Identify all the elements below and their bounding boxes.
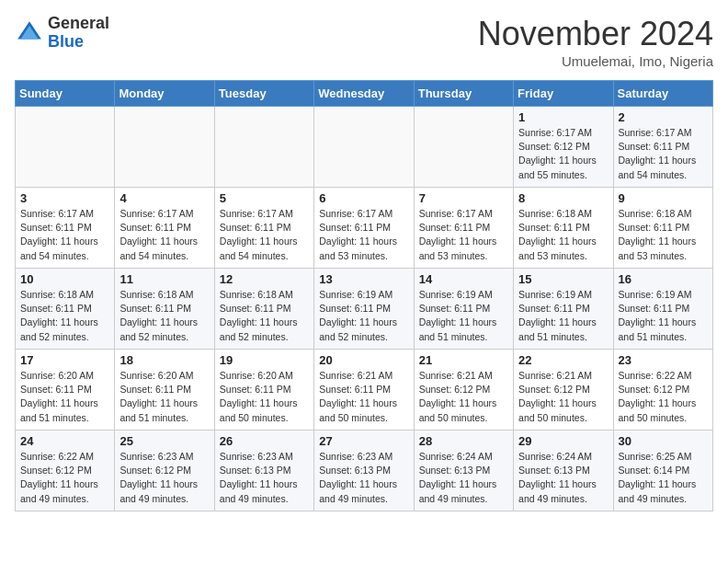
weekday-header: Sunday [16, 81, 115, 107]
day-number: 8 [518, 191, 608, 205]
day-info: Sunrise: 6:21 AM Sunset: 6:11 PM Dayligh… [319, 369, 408, 425]
day-info: Sunrise: 6:17 AM Sunset: 6:11 PM Dayligh… [119, 207, 209, 263]
day-number: 3 [20, 191, 109, 205]
day-info: Sunrise: 6:21 AM Sunset: 6:12 PM Dayligh… [419, 369, 508, 425]
day-info: Sunrise: 6:17 AM Sunset: 6:11 PM Dayligh… [20, 207, 109, 263]
day-info: Sunrise: 6:17 AM Sunset: 6:11 PM Dayligh… [419, 207, 508, 263]
day-number: 30 [619, 434, 708, 448]
calendar-header-row: SundayMondayTuesdayWednesdayThursdayFrid… [16, 81, 713, 107]
day-number: 2 [619, 110, 708, 124]
calendar-cell: 19Sunrise: 6:20 AM Sunset: 6:11 PM Dayli… [214, 350, 313, 431]
weekday-header: Monday [115, 81, 214, 107]
title-area: November 2024 Umuelemai, Imo, Nigeria [478, 15, 713, 69]
calendar-cell: 30Sunrise: 6:25 AM Sunset: 6:14 PM Dayli… [613, 431, 712, 511]
day-number: 29 [518, 434, 608, 448]
day-number: 24 [20, 434, 109, 448]
calendar-cell: 8Sunrise: 6:18 AM Sunset: 6:11 PM Daylig… [514, 188, 613, 269]
day-info: Sunrise: 6:23 AM Sunset: 6:13 PM Dayligh… [319, 450, 408, 506]
weekday-header: Wednesday [314, 81, 414, 107]
day-info: Sunrise: 6:17 AM Sunset: 6:12 PM Dayligh… [518, 126, 608, 182]
calendar-week-row: 10Sunrise: 6:18 AM Sunset: 6:11 PM Dayli… [16, 269, 713, 350]
day-number: 25 [119, 434, 209, 448]
calendar-week-row: 1Sunrise: 6:17 AM Sunset: 6:12 PM Daylig… [16, 107, 713, 188]
weekday-header: Tuesday [214, 81, 313, 107]
calendar-cell [16, 107, 115, 188]
calendar-cell: 26Sunrise: 6:23 AM Sunset: 6:13 PM Dayli… [214, 431, 313, 511]
calendar-cell: 12Sunrise: 6:18 AM Sunset: 6:11 PM Dayli… [214, 269, 313, 350]
logo-text: General Blue [48, 15, 109, 52]
calendar-cell: 17Sunrise: 6:20 AM Sunset: 6:11 PM Dayli… [16, 350, 115, 431]
day-info: Sunrise: 6:18 AM Sunset: 6:11 PM Dayligh… [518, 207, 608, 263]
calendar-cell: 2Sunrise: 6:17 AM Sunset: 6:11 PM Daylig… [613, 107, 712, 188]
day-info: Sunrise: 6:25 AM Sunset: 6:14 PM Dayligh… [619, 450, 708, 506]
location: Umuelemai, Imo, Nigeria [478, 53, 713, 69]
calendar-cell: 3Sunrise: 6:17 AM Sunset: 6:11 PM Daylig… [16, 188, 115, 269]
calendar-cell [414, 107, 513, 188]
day-info: Sunrise: 6:22 AM Sunset: 6:12 PM Dayligh… [619, 369, 708, 425]
day-info: Sunrise: 6:24 AM Sunset: 6:13 PM Dayligh… [419, 450, 508, 506]
day-number: 16 [619, 272, 708, 286]
day-info: Sunrise: 6:19 AM Sunset: 6:11 PM Dayligh… [518, 288, 608, 344]
day-info: Sunrise: 6:19 AM Sunset: 6:11 PM Dayligh… [319, 288, 408, 344]
calendar-cell [115, 107, 214, 188]
calendar-cell: 21Sunrise: 6:21 AM Sunset: 6:12 PM Dayli… [414, 350, 513, 431]
day-info: Sunrise: 6:23 AM Sunset: 6:13 PM Dayligh… [220, 450, 309, 506]
logo-icon [15, 18, 44, 48]
day-info: Sunrise: 6:22 AM Sunset: 6:12 PM Dayligh… [20, 450, 109, 506]
day-info: Sunrise: 6:20 AM Sunset: 6:11 PM Dayligh… [220, 369, 309, 425]
calendar-cell: 6Sunrise: 6:17 AM Sunset: 6:11 PM Daylig… [314, 188, 414, 269]
day-number: 27 [319, 434, 408, 448]
calendar-cell: 18Sunrise: 6:20 AM Sunset: 6:11 PM Dayli… [115, 350, 214, 431]
calendar-week-row: 17Sunrise: 6:20 AM Sunset: 6:11 PM Dayli… [16, 350, 713, 431]
calendar-cell [214, 107, 313, 188]
calendar-cell: 24Sunrise: 6:22 AM Sunset: 6:12 PM Dayli… [16, 431, 115, 511]
calendar-cell: 4Sunrise: 6:17 AM Sunset: 6:11 PM Daylig… [115, 188, 214, 269]
day-number: 15 [518, 272, 608, 286]
calendar-cell [314, 107, 414, 188]
day-number: 4 [119, 191, 209, 205]
day-number: 19 [220, 353, 309, 367]
day-info: Sunrise: 6:19 AM Sunset: 6:11 PM Dayligh… [619, 288, 708, 344]
day-number: 1 [518, 110, 608, 124]
calendar-cell: 28Sunrise: 6:24 AM Sunset: 6:13 PM Dayli… [414, 431, 513, 511]
day-info: Sunrise: 6:18 AM Sunset: 6:11 PM Dayligh… [119, 288, 209, 344]
weekday-header: Friday [514, 81, 613, 107]
day-number: 21 [419, 353, 508, 367]
day-number: 20 [319, 353, 408, 367]
calendar-cell: 1Sunrise: 6:17 AM Sunset: 6:12 PM Daylig… [514, 107, 613, 188]
day-info: Sunrise: 6:17 AM Sunset: 6:11 PM Dayligh… [319, 207, 408, 263]
day-number: 18 [119, 353, 209, 367]
day-number: 23 [619, 353, 708, 367]
day-info: Sunrise: 6:21 AM Sunset: 6:12 PM Dayligh… [518, 369, 608, 425]
calendar-cell: 15Sunrise: 6:19 AM Sunset: 6:11 PM Dayli… [514, 269, 613, 350]
logo-blue: Blue [48, 32, 84, 51]
month-title: November 2024 [478, 15, 713, 53]
day-number: 6 [319, 191, 408, 205]
calendar-cell: 29Sunrise: 6:24 AM Sunset: 6:13 PM Dayli… [514, 431, 613, 511]
calendar-cell: 11Sunrise: 6:18 AM Sunset: 6:11 PM Dayli… [115, 269, 214, 350]
day-info: Sunrise: 6:18 AM Sunset: 6:11 PM Dayligh… [20, 288, 109, 344]
day-number: 11 [119, 272, 209, 286]
day-number: 28 [419, 434, 508, 448]
day-number: 12 [220, 272, 309, 286]
day-number: 14 [419, 272, 508, 286]
day-number: 17 [20, 353, 109, 367]
day-info: Sunrise: 6:19 AM Sunset: 6:11 PM Dayligh… [419, 288, 508, 344]
day-info: Sunrise: 6:24 AM Sunset: 6:13 PM Dayligh… [518, 450, 608, 506]
day-number: 7 [419, 191, 508, 205]
calendar-cell: 22Sunrise: 6:21 AM Sunset: 6:12 PM Dayli… [514, 350, 613, 431]
day-info: Sunrise: 6:20 AM Sunset: 6:11 PM Dayligh… [119, 369, 209, 425]
calendar-cell: 7Sunrise: 6:17 AM Sunset: 6:11 PM Daylig… [414, 188, 513, 269]
day-number: 5 [220, 191, 309, 205]
day-info: Sunrise: 6:18 AM Sunset: 6:11 PM Dayligh… [220, 288, 309, 344]
day-number: 22 [518, 353, 608, 367]
calendar-cell: 23Sunrise: 6:22 AM Sunset: 6:12 PM Dayli… [613, 350, 712, 431]
calendar-cell: 13Sunrise: 6:19 AM Sunset: 6:11 PM Dayli… [314, 269, 414, 350]
weekday-header: Saturday [613, 81, 712, 107]
logo: General Blue [15, 15, 109, 52]
calendar: SundayMondayTuesdayWednesdayThursdayFrid… [15, 80, 713, 511]
day-info: Sunrise: 6:17 AM Sunset: 6:11 PM Dayligh… [220, 207, 309, 263]
calendar-cell: 14Sunrise: 6:19 AM Sunset: 6:11 PM Dayli… [414, 269, 513, 350]
calendar-cell: 5Sunrise: 6:17 AM Sunset: 6:11 PM Daylig… [214, 188, 313, 269]
day-info: Sunrise: 6:17 AM Sunset: 6:11 PM Dayligh… [619, 126, 708, 182]
